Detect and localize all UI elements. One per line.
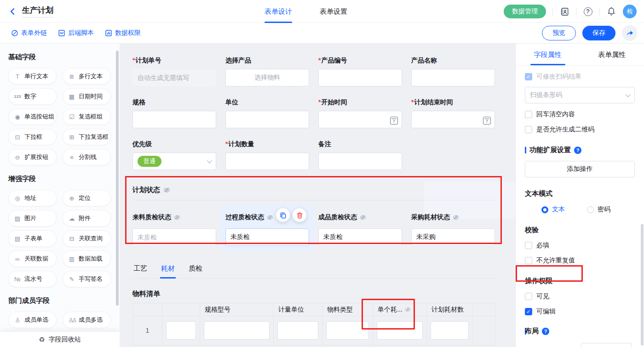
tab-form-design[interactable]: 表单设计	[264, 0, 292, 23]
tab-form-settings[interactable]: 表单设置	[320, 0, 347, 23]
save-button[interactable]: 保存	[582, 26, 615, 40]
field-recycle-bin[interactable]: ♻ 字段回收站	[0, 332, 120, 347]
delete-field-button[interactable]	[293, 208, 306, 222]
field-product-name[interactable]: 产品名称	[411, 57, 495, 86]
select-material-button[interactable]: 选择物料	[225, 69, 309, 86]
field-type-number[interactable]: 123数字	[8, 88, 57, 105]
incoming-qc-input[interactable]	[132, 228, 216, 246]
field-type-image[interactable]: ▨图片	[8, 210, 57, 227]
finished-qc-input[interactable]	[318, 228, 402, 246]
field-type-single-line-text[interactable]: T单行文本	[8, 68, 57, 85]
field-type-checkbox-group[interactable]: ☑复选框组	[63, 108, 111, 125]
editable-checkbox[interactable]: 可编辑	[525, 307, 635, 316]
radio-password[interactable]: 密码	[587, 205, 610, 214]
address-book-icon[interactable]	[559, 6, 569, 17]
sidebar-scrollbar[interactable]	[116, 51, 119, 306]
field-type-related-data[interactable]: ∞关联数据	[8, 250, 57, 267]
field-type-address[interactable]: ◎地址	[8, 190, 57, 206]
modify-scan-result-checkbox[interactable]: 可修改扫码结果	[525, 73, 635, 81]
field-plan-no[interactable]: *计划单号	[132, 57, 216, 86]
field-width-select[interactable]: 1/4	[581, 343, 632, 347]
external-link-button[interactable]: 表单外链	[11, 29, 47, 37]
scan-type-select[interactable]: 扫描条形码	[525, 87, 635, 103]
plan-status-group[interactable]: 计划状态 来料质检状态 过程质检状态	[132, 186, 496, 246]
field-type-subform[interactable]: ▤子表单	[8, 230, 57, 247]
field-plan-qty[interactable]: *计划数量	[225, 140, 309, 170]
tab-process[interactable]: 工艺	[132, 260, 148, 278]
user-avatar[interactable]: 检	[623, 5, 637, 18]
field-type-divider[interactable]: ≡分割线	[63, 149, 111, 165]
field-type-signature[interactable]: ✎手写签名	[63, 271, 111, 287]
field-finished-qc-status[interactable]: 成品质检状态	[318, 210, 402, 246]
required-checkbox[interactable]: 必填	[525, 241, 635, 250]
share-button[interactable]	[622, 25, 638, 41]
priority-select[interactable]: 普通	[132, 153, 216, 170]
field-type-location[interactable]: ⊕定位	[63, 190, 111, 206]
help-icon[interactable]	[583, 6, 593, 17]
data-manage-button[interactable]: 数据管理	[504, 5, 546, 18]
field-type-related-query[interactable]: ⊟关联查询	[63, 230, 111, 247]
visible-checkbox[interactable]: 可见	[525, 292, 635, 301]
field-type-data-load[interactable]: ▥数据加载	[63, 250, 111, 267]
spec-input[interactable]	[132, 111, 216, 128]
product-name-input[interactable]	[411, 69, 495, 86]
field-type-radio-group[interactable]: ◉单选按钮组	[8, 108, 57, 125]
planned-consumption-input[interactable]	[431, 321, 469, 340]
plan-no-input[interactable]	[132, 69, 216, 86]
add-action-button[interactable]: 添加操作	[525, 161, 635, 177]
field-type-serial-number[interactable]: №流水号	[8, 271, 57, 287]
eye-hidden-icon	[163, 187, 170, 193]
field-type-multi-select[interactable]: ⊞下拉复选框	[63, 129, 111, 145]
field-priority[interactable]: 优先级 普通	[132, 140, 216, 170]
field-end-time[interactable]: *计划结束时间 7	[411, 98, 495, 128]
field-unit[interactable]: 单位	[225, 98, 309, 128]
plan-qty-input[interactable]	[225, 153, 309, 170]
tab-consumables[interactable]: 耗材	[160, 260, 176, 278]
back-button[interactable]	[8, 7, 17, 16]
field-type-attachment[interactable]: ☁附件	[63, 210, 111, 227]
tab-quality[interactable]: 质检	[188, 260, 203, 278]
backend-script-button[interactable]: 后端脚本	[58, 29, 94, 37]
material-input[interactable]	[166, 321, 196, 340]
field-purchase-status[interactable]: 采购耗材状态	[411, 210, 495, 246]
field-start-time[interactable]: *开始时间 7	[318, 98, 402, 128]
field-spec[interactable]: 规格	[132, 98, 216, 128]
product-code-input[interactable]	[318, 69, 402, 86]
field-type-datetime[interactable]: ▦日期时间	[63, 88, 111, 105]
start-time-input[interactable]	[318, 111, 402, 128]
row-index: 1	[133, 316, 162, 345]
unit-input[interactable]	[225, 111, 309, 128]
tab-form-properties[interactable]: 表单属性	[580, 44, 644, 65]
clear-on-enter-checkbox[interactable]: 回车清空内容	[525, 110, 635, 119]
field-type-extend-button[interactable]: ⊖扩展按钮	[8, 149, 57, 165]
process-qc-input[interactable]	[225, 228, 309, 246]
no-duplicate-checkbox[interactable]: 不允许重复值	[525, 256, 635, 265]
copy-field-button[interactable]	[276, 208, 290, 222]
bell-icon[interactable]	[606, 6, 616, 17]
subform-icon: ▤	[14, 235, 21, 242]
help-filled-icon[interactable]	[542, 328, 549, 335]
unit-of-measure-input[interactable]	[277, 321, 318, 340]
field-type-member-single[interactable]: ♙成员单选	[8, 312, 57, 328]
tab-field-properties[interactable]: 字段属性	[516, 44, 580, 65]
radio-text[interactable]: 文本	[541, 205, 565, 214]
end-time-input[interactable]	[411, 111, 495, 128]
field-type-member-multi[interactable]: ♙♙成员多选	[63, 312, 111, 328]
allow-qrcode-checkbox[interactable]: 是否允许生成二维码	[525, 125, 635, 134]
preview-button[interactable]: 预览	[542, 26, 576, 40]
field-remark[interactable]: 备注	[318, 140, 402, 170]
help-filled-icon[interactable]	[574, 147, 581, 154]
remark-input[interactable]	[318, 153, 402, 170]
material-type-input[interactable]	[326, 321, 369, 340]
data-permission-button[interactable]: 数据权限	[105, 29, 141, 37]
field-type-multi-line-text[interactable]: ≣多行文本	[63, 68, 111, 85]
field-type-select[interactable]: ⊡下拉框	[8, 129, 57, 145]
unit-consumption-input[interactable]	[377, 321, 423, 340]
field-incoming-qc-status[interactable]: 来料质检状态	[132, 210, 216, 246]
field-product-code[interactable]: *产品编号	[318, 57, 402, 86]
purchase-status-input[interactable]	[411, 228, 495, 246]
panel-scrollbar[interactable]	[641, 224, 644, 346]
field-select-product[interactable]: 选择产品 选择物料	[225, 57, 309, 86]
spec-model-input[interactable]	[204, 321, 270, 340]
field-process-qc-status-selected[interactable]: 过程质检状态	[225, 210, 309, 246]
